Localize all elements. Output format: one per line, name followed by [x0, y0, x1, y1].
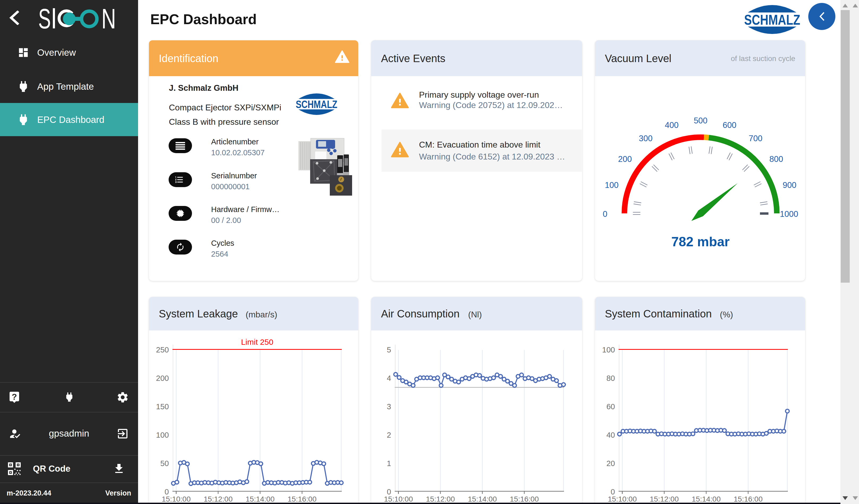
svg-text:15:12:00: 15:12:00	[650, 495, 679, 503]
svg-text:2: 2	[387, 431, 391, 439]
svg-text:100: 100	[602, 346, 615, 354]
svg-text:200: 200	[156, 374, 169, 382]
svg-text:15:10:00: 15:10:00	[384, 495, 413, 503]
svg-text:1: 1	[387, 459, 391, 468]
svg-text:15:16:00: 15:16:00	[734, 495, 763, 503]
svg-text:15:14:00: 15:14:00	[468, 495, 497, 503]
svg-text:4: 4	[387, 374, 391, 382]
svg-text:15:12:00: 15:12:00	[426, 495, 455, 503]
svg-text:20: 20	[606, 459, 615, 468]
svg-text:300: 300	[639, 134, 653, 143]
svg-text:15:16:00: 15:16:00	[510, 495, 539, 503]
svg-text:0: 0	[603, 209, 607, 219]
svg-text:5: 5	[387, 346, 391, 354]
svg-text:40: 40	[606, 431, 615, 439]
svg-text:15:12:00: 15:12:00	[204, 495, 232, 503]
svg-text:15:14:00: 15:14:00	[246, 495, 274, 503]
svg-text:900: 900	[783, 181, 796, 190]
svg-text:800: 800	[769, 154, 783, 164]
svg-text:15:14:00: 15:14:00	[692, 495, 721, 503]
svg-text:100: 100	[605, 181, 619, 190]
svg-text:700: 700	[749, 134, 763, 143]
svg-text:250: 250	[156, 346, 169, 354]
svg-text:600: 600	[723, 121, 736, 130]
svg-text:100: 100	[156, 431, 169, 439]
svg-text:3: 3	[387, 402, 391, 411]
svg-text:S: S	[38, 3, 51, 32]
svg-text:N: N	[102, 3, 116, 32]
svg-text:60: 60	[606, 402, 615, 411]
svg-text:15:10:00: 15:10:00	[162, 495, 191, 503]
svg-text:Limit 250: Limit 250	[241, 338, 273, 346]
svg-text:?: ?	[12, 392, 17, 401]
svg-text:500: 500	[694, 116, 708, 125]
svg-text:SCHMALZ: SCHMALZ	[296, 98, 337, 110]
svg-text:SCHMALZ: SCHMALZ	[744, 12, 800, 28]
svg-text:150: 150	[156, 402, 169, 411]
svg-text:15:10:00: 15:10:00	[608, 495, 637, 503]
svg-text:15:16:00: 15:16:00	[288, 495, 317, 503]
svg-text:200: 200	[618, 154, 632, 164]
svg-text:50: 50	[161, 459, 169, 468]
svg-text:1000: 1000	[780, 209, 798, 219]
svg-text:80: 80	[606, 374, 615, 382]
svg-text:400: 400	[665, 121, 679, 130]
